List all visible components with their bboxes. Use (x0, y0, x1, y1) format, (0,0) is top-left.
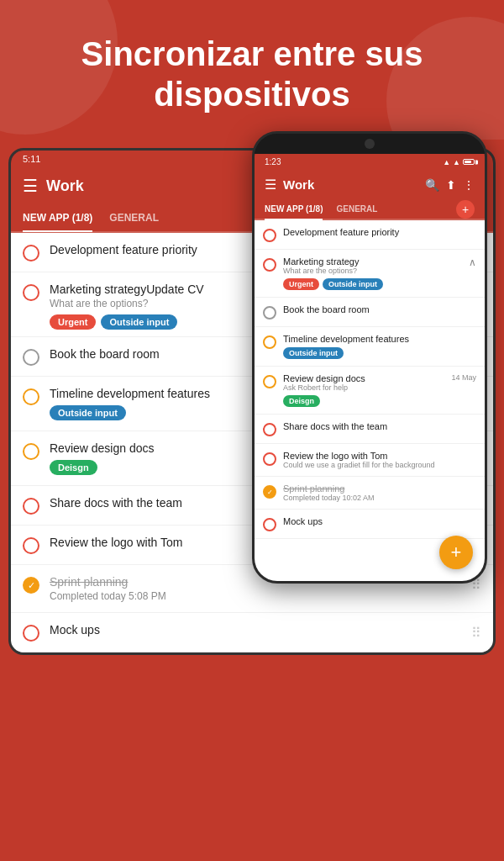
task-title: Mock ups (50, 623, 461, 637)
phone-task-content: Development feature priority (283, 227, 476, 237)
tab-general[interactable]: GENERAL (109, 205, 159, 230)
phone-task-subtitle: What are the options? (283, 267, 462, 275)
phone-chevron-icon[interactable]: ∧ (469, 256, 476, 268)
phone-task-circle (263, 423, 276, 436)
phone-task-subtitle: Could we use a gradiet fill for the back… (283, 461, 476, 469)
phone-task-content: Timeline development features Outside in… (283, 334, 476, 359)
phone-signal-icon: ▲ (453, 158, 460, 166)
phone-app-title: Work (283, 177, 418, 192)
urgent-tag: Urgent (50, 314, 96, 330)
task-content: Mock ups (50, 623, 461, 637)
phone-design-tag: Deisgn (283, 395, 320, 407)
phone-task-content: Mock ups (283, 516, 476, 526)
phone-task-title: Development feature priority (283, 227, 476, 237)
phone-task-content: Review the logo with Tom Could we use a … (283, 451, 476, 469)
phone-task-circle-completed (263, 485, 276, 499)
list-item: Mock ups (255, 510, 485, 539)
phone-task-tags: Deisgn (283, 395, 476, 407)
table-row: Mock ups ⠿ (11, 613, 493, 652)
phone-urgent-tag: Urgent (283, 278, 319, 290)
outside-input-tag: Outside input (50, 405, 126, 420)
phone-share-icon[interactable]: ⬆ (446, 178, 456, 192)
phone-signal-icons: ▲ ▲ (443, 157, 475, 166)
phone-task-circle (263, 375, 276, 388)
list-item: Review design docs 14 May Ask Robert for… (255, 367, 485, 415)
drag-handle-icon: ⠿ (471, 625, 481, 641)
task-circle (23, 625, 39, 642)
phone-app-bar: ☰ Work 🔍 ⬆ ⋮ (255, 170, 485, 199)
phone-task-title: Share docs with the team (283, 421, 476, 431)
task-circle (23, 245, 39, 261)
phone-camera (365, 139, 375, 149)
phone-task-date: 14 May (451, 373, 476, 382)
task-circle-completed (23, 577, 39, 594)
phone-task-title: Book the board room (283, 304, 476, 314)
task-circle (23, 349, 39, 366)
phone-overlay: 1:23 ▲ ▲ ☰ Work 🔍 ⬆ ⋮ NEW APP (1/8) GENE… (252, 131, 487, 584)
phone-more-icon[interactable]: ⋮ (463, 178, 475, 192)
phone-task-tags: Outside input (283, 347, 476, 359)
task-circle (23, 443, 39, 460)
task-circle (23, 388, 39, 405)
phone-status-bar: 1:23 ▲ ▲ (255, 154, 485, 170)
phone-task-title: Marketing strategy (283, 256, 462, 267)
phone-task-circle (263, 335, 276, 349)
phone-notch (255, 134, 485, 154)
list-item: Review the logo with Tom Could we use a … (255, 444, 485, 477)
tab-new-app[interactable]: NEW APP (1/8) (23, 205, 92, 232)
phone-task-circle (263, 452, 276, 466)
task-circle (23, 498, 39, 515)
phone-fab-button[interactable]: + (439, 536, 473, 569)
tablet-area: 5:11 ▲ ▲ ☰ Work 🔍 ⬆ ⋮ NEW APP (1/8) GENE… (0, 140, 504, 672)
tablet-wrapper: 5:11 ▲ ▲ ☰ Work 🔍 ⬆ ⋮ NEW APP (1/8) GENE… (0, 148, 504, 672)
task-circle (23, 284, 39, 301)
phone-task-circle (263, 229, 276, 242)
phone-battery-icon (463, 159, 475, 165)
phone-wifi-icon: ▲ (443, 158, 450, 166)
phone-task-title: Review the logo with Tom (283, 451, 476, 461)
phone-tab-general[interactable]: GENERAL (336, 199, 377, 219)
phone-task-content: Sprint planning Completed today 10:02 AM (283, 483, 476, 502)
phone-task-content: Marketing strategy What are the options?… (283, 256, 462, 290)
list-item: Marketing strategy What are the options?… (255, 250, 485, 298)
phone-task-circle (263, 306, 276, 320)
phone-time: 1:23 (265, 157, 281, 166)
phone-bottom-area: + (255, 539, 485, 581)
phone-add-fab-small[interactable]: + (456, 200, 475, 219)
phone-search-icon[interactable]: 🔍 (425, 178, 439, 192)
phone-task-content: Share docs with the team (283, 421, 476, 431)
phone-task-list: Development feature priority Marketing s… (255, 220, 485, 539)
phone-task-content: Book the board room (283, 304, 476, 314)
phone-task-circle (263, 518, 276, 531)
list-item: Timeline development features Outside in… (255, 327, 485, 367)
phone-task-tags: Urgent Outside input (283, 278, 462, 290)
task-subtitle: Completed today 5:08 PM (50, 590, 461, 602)
phone-menu-icon[interactable]: ☰ (265, 177, 276, 193)
list-item: Sprint planning Completed today 10:02 AM (255, 477, 485, 510)
hero-section: Sincronizar entre sus dispositivos (0, 0, 504, 140)
phone-task-subtitle: Ask Robert for help (283, 383, 476, 392)
list-item: Share docs with the team (255, 415, 485, 444)
phone-task-title: Review design docs (283, 373, 365, 383)
phone-outside-tag: Outside input (283, 347, 344, 359)
outside-input-tag: Outside input (101, 314, 177, 330)
phone-task-content: Review design docs 14 May Ask Robert for… (283, 373, 476, 407)
phone-task-title: Sprint planning (283, 483, 476, 494)
tablet-time: 5:11 (23, 154, 40, 164)
phone-task-subtitle: Completed today 10:02 AM (283, 494, 476, 502)
list-item: Book the board room (255, 298, 485, 327)
design-tag: Deisgn (50, 460, 97, 475)
phone-tabs: NEW APP (1/8) GENERAL + (255, 199, 485, 220)
menu-icon[interactable]: ☰ (23, 176, 38, 196)
phone-tab-new-app[interactable]: NEW APP (1/8) (265, 199, 323, 220)
task-circle (23, 537, 39, 554)
list-item: Development feature priority (255, 220, 485, 250)
phone-task-circle (263, 258, 276, 272)
hero-title: Sincronizar entre sus dispositivos (25, 34, 479, 114)
phone-outside-tag: Outside input (323, 278, 383, 290)
phone-task-title: Mock ups (283, 516, 476, 526)
phone-task-title: Timeline development features (283, 334, 476, 344)
